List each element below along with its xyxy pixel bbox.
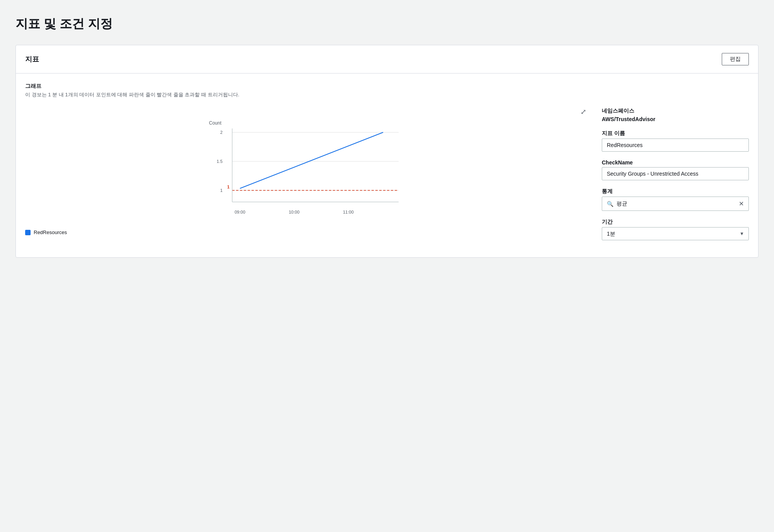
svg-text:10:00: 10:00 [289, 210, 300, 214]
svg-text:Count: Count [209, 120, 222, 126]
legend-label: RedResources [34, 229, 67, 235]
card-body: 그래프 이 경보는 1 분 내 1개의 데이터 포인트에 대해 파란색 줄이 빨… [16, 74, 758, 257]
graph-area: ⤢ Count 2 1.5 [25, 108, 749, 248]
check-name-input[interactable] [602, 167, 749, 180]
namespace-field: 네임스페이스 AWS/TrustedAdvisor [602, 108, 749, 122]
chart-container: ⤢ Count 2 1.5 [25, 108, 586, 235]
svg-text:09:00: 09:00 [235, 210, 245, 214]
stats-field: 통계 🔍 ✕ [602, 188, 749, 211]
metric-name-field: 지표 이름 [602, 130, 749, 152]
check-name-label: CheckName [602, 159, 749, 166]
svg-text:1.5: 1.5 [217, 159, 223, 164]
search-icon: 🔍 [607, 201, 613, 207]
chart-legend: RedResources [25, 229, 586, 235]
svg-text:2: 2 [220, 130, 223, 135]
chart-svg: Count 2 1.5 1 1 [25, 117, 586, 225]
graph-description: 이 경보는 1 분 내 1개의 데이터 포인트에 대해 파란색 줄이 빨간색 줄… [25, 91, 749, 98]
metric-name-input[interactable] [602, 139, 749, 152]
period-label: 기간 [602, 219, 749, 226]
metric-name-label: 지표 이름 [602, 130, 749, 137]
chart-wrapper: ⤢ Count 2 1.5 [25, 108, 586, 226]
right-panel: 네임스페이스 AWS/TrustedAdvisor 지표 이름 CheckNam… [602, 108, 749, 248]
clear-icon[interactable]: ✕ [739, 200, 744, 207]
card-header: 지표 편집 [16, 45, 758, 74]
svg-text:1: 1 [227, 185, 229, 189]
namespace-label: 네임스페이스 [602, 108, 749, 115]
period-field: 기간 1분 5분 15분 1시간 ▼ [602, 219, 749, 240]
period-select-wrapper: 1분 5분 15분 1시간 ▼ [602, 227, 749, 240]
check-name-field: CheckName [602, 159, 749, 180]
period-select[interactable]: 1분 5분 15분 1시간 [602, 227, 749, 240]
svg-text:1: 1 [220, 188, 223, 193]
stats-input[interactable] [616, 201, 739, 207]
expand-icon[interactable]: ⤢ [580, 108, 586, 116]
page-title: 지표 및 조건 지정 [15, 15, 759, 33]
namespace-value: AWS/TrustedAdvisor [602, 116, 749, 122]
card-title: 지표 [25, 55, 39, 64]
stats-search-wrapper[interactable]: 🔍 ✕ [602, 197, 749, 211]
stats-label: 통계 [602, 188, 749, 195]
graph-section-label: 그래프 [25, 83, 749, 90]
edit-button[interactable]: 편집 [722, 53, 749, 65]
svg-text:11:00: 11:00 [343, 210, 354, 214]
main-card: 지표 편집 그래프 이 경보는 1 분 내 1개의 데이터 포인트에 대해 파란… [15, 45, 759, 258]
legend-color-dot [25, 230, 31, 235]
